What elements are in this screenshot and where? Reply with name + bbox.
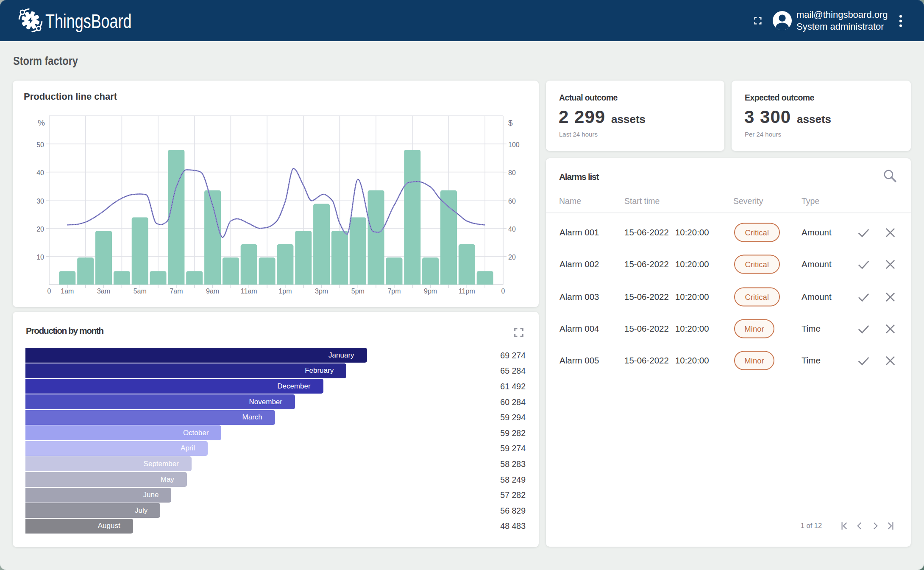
svg-text:100: 100 <box>508 141 520 148</box>
svg-text:$: $ <box>508 118 513 127</box>
svg-text:3pm: 3pm <box>315 288 328 295</box>
svg-text:50: 50 <box>36 141 44 148</box>
svg-text:%: % <box>38 118 45 127</box>
svg-text:20: 20 <box>508 254 516 261</box>
svg-text:9pm: 9pm <box>424 288 437 295</box>
svg-text:80: 80 <box>508 169 516 176</box>
svg-text:60: 60 <box>508 198 516 205</box>
svg-text:20: 20 <box>36 226 44 233</box>
svg-text:40: 40 <box>36 169 44 176</box>
svg-text:7am: 7am <box>170 288 183 295</box>
svg-text:5am: 5am <box>134 288 147 295</box>
svg-text:0: 0 <box>501 288 505 295</box>
svg-text:1pm: 1pm <box>278 288 292 295</box>
svg-text:0: 0 <box>47 288 51 295</box>
svg-text:11pm: 11pm <box>459 288 475 295</box>
svg-text:40: 40 <box>508 226 516 233</box>
svg-text:7pm: 7pm <box>387 288 401 295</box>
svg-text:9am: 9am <box>206 288 219 295</box>
svg-text:3am: 3am <box>97 288 110 295</box>
svg-text:5pm: 5pm <box>351 288 365 295</box>
svg-text:1am: 1am <box>61 288 74 295</box>
svg-text:30: 30 <box>36 198 44 205</box>
svg-text:10: 10 <box>36 254 44 261</box>
svg-text:11am: 11am <box>241 288 257 295</box>
